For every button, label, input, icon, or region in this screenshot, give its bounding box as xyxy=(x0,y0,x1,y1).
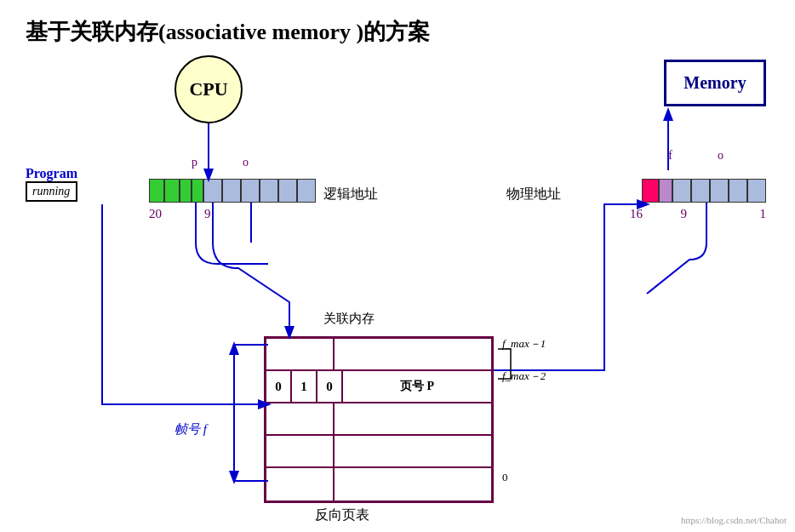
assoc-cell-2-1: 0 xyxy=(266,371,292,402)
physical-num1: 1 xyxy=(760,207,767,221)
program-running-label: running xyxy=(26,181,77,202)
physical-bar-p2 xyxy=(659,179,672,203)
frame-label: 帧号 f xyxy=(174,421,207,438)
assoc-row-2: 0 1 0 页号 P xyxy=(266,371,491,403)
physical-bar-b1 xyxy=(672,179,691,203)
page-title: 基于关联内存(associative memory )的方案 xyxy=(26,17,769,47)
assoc-row-5 xyxy=(266,468,491,501)
zero-label: 0 xyxy=(502,471,508,484)
assoc-cell-4-1 xyxy=(266,436,335,466)
physical-bar-b4 xyxy=(729,179,747,203)
fmax-minus1-text: f_max－1 xyxy=(502,337,546,350)
logical-bar-b6 xyxy=(297,179,316,203)
assoc-cell-2-4: 页号 P xyxy=(343,371,491,402)
logical-p-top-label: p xyxy=(192,156,197,169)
assoc-cell-2-3: 0 xyxy=(317,371,343,402)
assoc-cell-5-1 xyxy=(266,468,335,501)
assoc-cell-5-2 xyxy=(335,468,491,501)
cpu-circle: CPU xyxy=(174,55,243,123)
logical-num20: 20 xyxy=(149,207,162,221)
assoc-cell-2-2: 1 xyxy=(292,371,317,402)
memory-label: Memory xyxy=(683,73,746,93)
assoc-cell-3-2 xyxy=(335,403,491,434)
assoc-row-3 xyxy=(266,403,491,436)
logical-bar-g3 xyxy=(180,179,192,203)
diagram: CPU Memory Program running p o xyxy=(26,55,775,532)
memory-box: Memory xyxy=(664,60,766,106)
page-table-label: 反向页表 xyxy=(315,506,369,524)
physical-bar-b3 xyxy=(710,179,729,203)
watermark: https://blog.csdn.net/Chahot xyxy=(681,515,786,525)
logical-bar-b5 xyxy=(278,179,297,203)
fmax-minus2-label: f_max－2 xyxy=(502,369,546,384)
logical-bar-b3 xyxy=(241,179,260,203)
logical-bar-g4 xyxy=(192,179,203,203)
assoc-cell-1-2 xyxy=(335,339,491,369)
logical-bar-b1 xyxy=(203,179,222,203)
physical-address-label: 物理地址 xyxy=(506,186,561,203)
logical-bar xyxy=(149,179,316,203)
physical-bar-b5 xyxy=(747,179,766,203)
logical-address-label: 逻辑地址 xyxy=(323,186,378,203)
physical-f-top-label: f xyxy=(668,149,672,163)
logical-o-top-label: o xyxy=(243,156,249,169)
logical-bar-b2 xyxy=(222,179,241,203)
physical-bar xyxy=(642,179,766,203)
physical-o-top-label: o xyxy=(718,149,724,163)
fmax-minus2-text: f_max－2 xyxy=(502,369,546,382)
assoc-memory-label: 关联内存 xyxy=(323,311,375,327)
assoc-row-4 xyxy=(266,436,491,468)
logical-bar-g1 xyxy=(149,179,164,203)
physical-bar-b2 xyxy=(691,179,710,203)
assoc-table: 0 1 0 页号 P xyxy=(264,336,494,503)
page-container: 基于关联内存(associative memory )的方案 CPU Memor… xyxy=(0,0,795,532)
assoc-cell-1-1 xyxy=(266,339,335,369)
assoc-cell-3-1 xyxy=(266,403,335,434)
program-box: Program running xyxy=(26,166,77,202)
fmax-minus1-label: f_max－1 xyxy=(502,336,546,352)
logical-bar-b4 xyxy=(260,179,278,203)
physical-bar-p1 xyxy=(642,179,659,203)
logical-bar-g2 xyxy=(164,179,180,203)
assoc-row-1 xyxy=(266,339,491,371)
physical-num16: 16 xyxy=(630,207,643,221)
physical-num9: 9 xyxy=(681,207,688,221)
cpu-label: CPU xyxy=(189,78,227,100)
assoc-cell-4-2 xyxy=(335,436,491,466)
logical-num9: 9 xyxy=(204,207,211,221)
program-label: Program xyxy=(26,166,77,181)
